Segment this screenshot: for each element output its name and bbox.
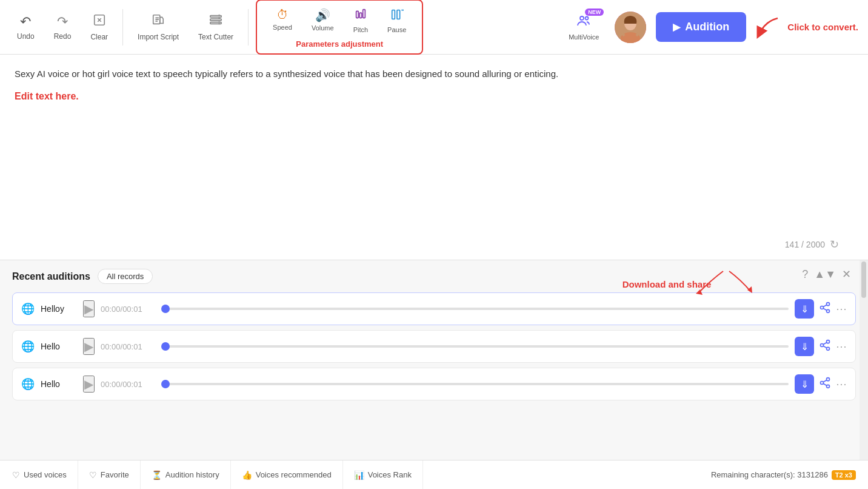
bottom-panel: Recent auditions All records Download an… bbox=[0, 260, 868, 460]
svg-rect-7 bbox=[359, 13, 362, 18]
speed-icon: ⏱ bbox=[276, 8, 289, 22]
svg-point-19 bbox=[827, 302, 830, 305]
t2s-badge: T2 x3 bbox=[832, 470, 856, 480]
pause-button[interactable]: Pause bbox=[379, 4, 415, 37]
globe-icon: 🌐 bbox=[21, 340, 35, 353]
multivoice-icon bbox=[576, 13, 591, 32]
share-button[interactable] bbox=[819, 339, 831, 354]
volume-icon: 🔊 bbox=[315, 8, 330, 22]
speed-button[interactable]: ⏱ Speed bbox=[264, 4, 301, 37]
footer-used-voices[interactable]: ♡ Used voices bbox=[12, 460, 78, 489]
divider-2 bbox=[248, 9, 249, 46]
toolbar: ↶ Undo ↷ Redo Clear Import Script bbox=[0, 0, 868, 55]
clear-button[interactable]: Clear bbox=[83, 8, 115, 46]
globe-icon: 🌐 bbox=[21, 302, 35, 315]
more-button[interactable]: ⋯ bbox=[836, 302, 847, 315]
download-button[interactable]: ⇓ bbox=[795, 337, 814, 356]
progress-bar[interactable] bbox=[161, 383, 789, 385]
divider-1 bbox=[122, 9, 123, 46]
audition-button[interactable]: ▶ Audition bbox=[656, 12, 746, 42]
remaining-text: Remaining character(s): 3131286 bbox=[711, 470, 828, 479]
svg-rect-9 bbox=[392, 10, 395, 19]
audio-row: 🌐 Hello ▶ 00:00/00:01 ⇓ ⋯ bbox=[12, 368, 856, 400]
redo-button[interactable]: ↷ Redo bbox=[47, 9, 79, 46]
thumb-icon: 👍 bbox=[242, 470, 252, 480]
close-button[interactable]: ✕ bbox=[842, 268, 851, 281]
footer-favorite[interactable]: ♡ Favorite bbox=[78, 460, 141, 489]
footer-audition-history[interactable]: ⏳ Audition history bbox=[141, 460, 231, 489]
char-count: 141 / 2000 ↻ bbox=[785, 238, 839, 251]
play-button[interactable]: ▶ bbox=[83, 300, 95, 317]
svg-rect-8 bbox=[363, 10, 366, 18]
download-button[interactable]: ⇓ bbox=[795, 299, 814, 319]
import-script-button[interactable]: Import Script bbox=[130, 8, 186, 46]
share-button[interactable] bbox=[819, 302, 831, 317]
progress-bar[interactable] bbox=[161, 308, 789, 310]
svg-line-23 bbox=[823, 305, 827, 306]
import-script-icon bbox=[152, 13, 165, 30]
time-label: 00:00/00:01 bbox=[101, 342, 155, 351]
progress-bar[interactable] bbox=[161, 345, 789, 348]
avatar[interactable] bbox=[615, 12, 646, 43]
more-button[interactable]: ⋯ bbox=[836, 340, 847, 353]
footer-voices-rank[interactable]: 📊 Voices Rank bbox=[343, 460, 423, 489]
download-button[interactable]: ⇓ bbox=[795, 374, 814, 394]
multivoice-button[interactable]: NEW MultiVoice bbox=[563, 10, 605, 44]
star-icon: ♡ bbox=[89, 470, 97, 480]
play-button[interactable]: ▶ bbox=[83, 338, 95, 355]
redo-icon: ↷ bbox=[57, 14, 68, 30]
svg-point-21 bbox=[827, 309, 830, 312]
progress-dot bbox=[161, 305, 170, 313]
play-button[interactable]: ▶ bbox=[83, 376, 95, 393]
editor-main-text: Sexy AI voice or hot girl voice text to … bbox=[15, 67, 853, 81]
footer-voices-recommended[interactable]: 👍 Voices recommended bbox=[231, 460, 343, 489]
svg-point-20 bbox=[821, 306, 824, 309]
svg-rect-3 bbox=[210, 19, 221, 21]
svg-line-28 bbox=[823, 342, 827, 344]
audio-row: 🌐 Hello ▶ 00:00/00:01 ⇓ ⋯ bbox=[12, 330, 856, 363]
click-to-convert: Click to convert. bbox=[753, 15, 858, 39]
recent-auditions-label: Recent auditions bbox=[12, 271, 90, 282]
share-button[interactable] bbox=[819, 377, 831, 392]
editor-hint: Edit text here. bbox=[15, 91, 853, 102]
play-icon: ▶ bbox=[673, 21, 680, 33]
click-to-convert-text: Click to convert. bbox=[787, 22, 858, 32]
svg-line-22 bbox=[823, 308, 827, 310]
pitch-icon bbox=[354, 8, 367, 24]
row-actions: ⇓ ⋯ bbox=[795, 374, 847, 394]
text-cutter-button[interactable]: Text Cutter bbox=[191, 8, 241, 46]
svg-point-29 bbox=[827, 377, 830, 380]
svg-rect-10 bbox=[397, 10, 400, 19]
svg-point-24 bbox=[827, 340, 830, 343]
footer: ♡ Used voices ♡ Favorite ⏳ Audition hist… bbox=[0, 460, 868, 489]
rank-icon: 📊 bbox=[354, 470, 364, 480]
more-button[interactable]: ⋯ bbox=[836, 377, 847, 391]
help-button[interactable]: ? bbox=[802, 268, 808, 281]
volume-button[interactable]: 🔊 Volume bbox=[303, 4, 342, 37]
audio-name: Helloy bbox=[41, 304, 77, 314]
progress-dot bbox=[161, 342, 170, 351]
row-actions: ⇓ ⋯ bbox=[795, 299, 847, 319]
time-label: 00:00/00:01 bbox=[101, 380, 155, 389]
svg-rect-6 bbox=[356, 12, 359, 18]
svg-line-32 bbox=[823, 383, 827, 385]
undo-button[interactable]: ↶ Undo bbox=[10, 9, 42, 46]
pause-icon bbox=[390, 8, 404, 24]
svg-point-12 bbox=[580, 16, 584, 20]
filter-button[interactable]: ▲▼ bbox=[814, 268, 836, 281]
time-label: 00:00/00:01 bbox=[101, 305, 155, 314]
editor-area[interactable]: Sexy AI voice or hot girl voice text to … bbox=[0, 55, 868, 260]
all-records-button[interactable]: All records bbox=[98, 269, 153, 284]
svg-line-33 bbox=[823, 380, 827, 382]
audio-name: Hello bbox=[41, 342, 77, 351]
clear-icon bbox=[93, 13, 106, 30]
svg-point-25 bbox=[821, 343, 824, 346]
avatar-image bbox=[615, 12, 646, 43]
scrollbar[interactable] bbox=[860, 260, 868, 460]
svg-point-26 bbox=[827, 347, 830, 350]
row-actions: ⇓ ⋯ bbox=[795, 337, 847, 356]
svg-line-27 bbox=[823, 346, 827, 348]
refresh-icon[interactable]: ↻ bbox=[830, 238, 839, 251]
pitch-button[interactable]: Pitch bbox=[345, 4, 376, 37]
download-share-label: Download and share bbox=[623, 279, 712, 289]
